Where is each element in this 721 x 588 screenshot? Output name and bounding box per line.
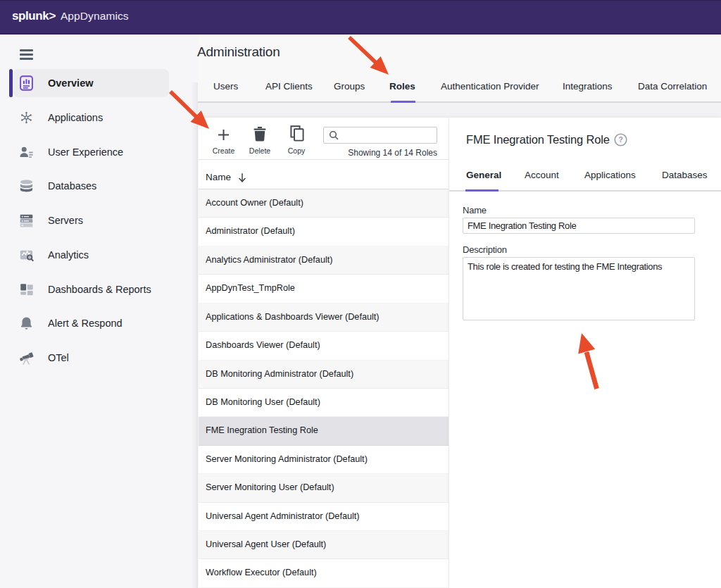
svg-text:?: ? — [618, 135, 623, 144]
